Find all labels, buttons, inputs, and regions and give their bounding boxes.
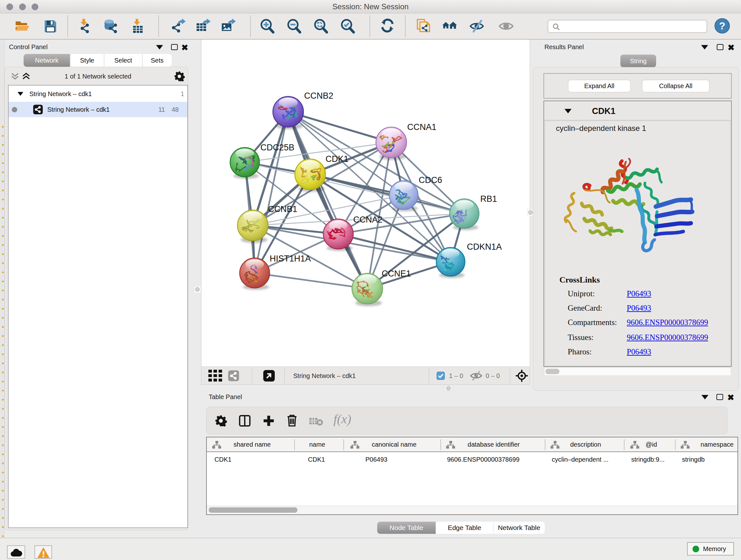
svg-text:CCNB1: CCNB1 [268,204,297,214]
svg-text:CCNA2: CCNA2 [353,215,383,225]
svg-text:CCNA1: CCNA1 [407,122,436,132]
svg-text:CDC25B: CDC25B [260,143,294,152]
svg-text:CCNE1: CCNE1 [382,269,411,278]
svg-text:HIST1H1A: HIST1H1A [270,254,311,263]
svg-text:CDKN1A: CDKN1A [467,242,502,252]
svg-text:RB1: RB1 [480,194,497,204]
svg-text:CCNB2: CCNB2 [304,91,333,101]
svg-text:CDK1: CDK1 [326,154,348,164]
svg-text:CDC6: CDC6 [419,175,442,185]
svg-text:?: ? [719,20,725,32]
